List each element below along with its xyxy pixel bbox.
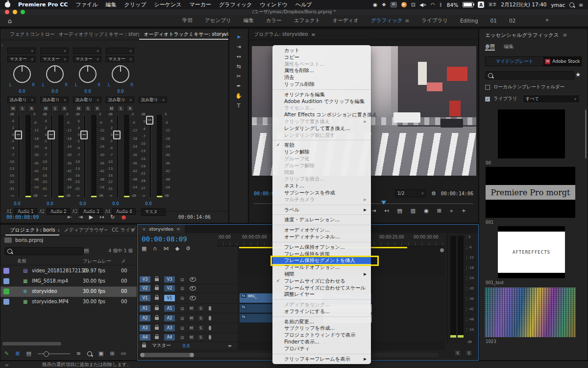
sync-lock-icon[interactable]: ⊟ xyxy=(180,326,184,331)
workspace-tab-Editing[interactable]: Editing xyxy=(460,18,478,24)
menubar-item[interactable]: クリップ xyxy=(124,1,146,8)
bi-app-icon[interactable]: BI xyxy=(391,2,397,7)
menu-item[interactable]: 調整レイヤー xyxy=(272,291,371,298)
pan-knob[interactable] xyxy=(79,65,97,83)
menubar-user[interactable]: ymac xyxy=(551,2,565,8)
menu-item[interactable]: プロパティ xyxy=(272,345,371,352)
project-row-storyvideo.MP4[interactable]: ▦storyvideo.MP430.00 fps00 xyxy=(0,297,137,307)
automation-mode-select[interactable]: 読み取り∨ xyxy=(7,97,36,103)
go-to-out-icon[interactable]: ⇥ xyxy=(78,214,82,220)
menu-item[interactable]: グループ解除 xyxy=(272,162,371,169)
search-bin-icon[interactable]: ▤ xyxy=(84,247,89,254)
solo-button[interactable]: S xyxy=(51,105,59,112)
menu-item[interactable]: プロジェクトウィンドウで表示 xyxy=(272,332,371,339)
menu-item[interactable]: マルチカメラ▶ xyxy=(272,196,371,203)
new-item-icon[interactable]: ⊞ xyxy=(110,350,114,357)
workspace-tab-オーディオ[interactable]: オーディオ xyxy=(332,17,358,24)
project-tab[interactable]: プロジェクト: boris≡ xyxy=(5,225,59,236)
workspace-tab-アセンブリ[interactable]: アセンブリ xyxy=(205,17,231,24)
channel-input-select[interactable]: ∨ xyxy=(7,48,36,54)
label-color-swatch[interactable] xyxy=(3,299,9,305)
solo-button[interactable]: S xyxy=(117,105,124,112)
menubar-clock[interactable]: 2月12日(火) 17:40 xyxy=(501,1,546,8)
fader-handle[interactable] xyxy=(146,116,153,125)
meter-solo-button[interactable]: S xyxy=(466,350,472,356)
menubar-item[interactable]: シーケンス xyxy=(154,1,181,8)
master-level-value[interactable]: 0.0 xyxy=(183,343,190,348)
fader-value[interactable]: 0.0 xyxy=(7,201,27,206)
panel-menu-icon[interactable]: ≡ xyxy=(311,32,315,37)
menubar-item[interactable]: ファイル xyxy=(75,1,98,8)
record-arm-button[interactable]: R xyxy=(28,105,35,112)
menu-item[interactable]: 名前の変更... xyxy=(272,318,371,325)
home-icon[interactable]: ⌂ xyxy=(8,17,12,25)
timeline-settings-icon[interactable]: ▦ xyxy=(142,245,147,252)
menu-item[interactable]: グループ化 xyxy=(272,156,371,162)
source-patch-A4[interactable]: A4 xyxy=(140,334,150,341)
menu-item[interactable]: 消去 xyxy=(272,74,371,81)
channel-input-select[interactable]: ∨ xyxy=(106,48,134,54)
menu-item[interactable]: リップル削除 xyxy=(272,81,371,88)
template-thumbnail-1023[interactable] xyxy=(485,288,576,337)
source-patch-V2[interactable]: V2 xyxy=(140,285,150,291)
menu-item[interactable]: クリップキーフレームを表示▶ xyxy=(272,356,371,363)
menu-item[interactable]: 同期 xyxy=(272,169,371,176)
menu-item[interactable]: フィールドオプション... xyxy=(272,264,371,271)
source-patch-A1[interactable]: A1 xyxy=(140,305,150,312)
add-button[interactable]: + xyxy=(462,208,466,214)
track-target-A4[interactable]: A4 xyxy=(164,334,175,341)
panel-menu-icon[interactable]: ≡ xyxy=(405,18,409,24)
input-method-icon[interactable]: A xyxy=(478,1,484,8)
pan-knob[interactable] xyxy=(13,65,31,83)
menu-item[interactable]: レンダリングして置き換え... xyxy=(272,125,371,132)
mute-button[interactable]: M xyxy=(108,105,115,112)
template-thumbnail-001[interactable]: Premiere Pro morgt xyxy=(486,167,575,218)
workspace-tab-グラフィック[interactable]: グラフィック≡ xyxy=(371,17,409,24)
menu-item[interactable]: オーディオチャンネル... xyxy=(272,234,371,240)
lock-icon[interactable] xyxy=(155,317,159,320)
mute-button[interactable]: M xyxy=(188,315,195,321)
close-tab-icon[interactable]: × xyxy=(142,226,146,232)
timeline-vertical-scrollbar[interactable] xyxy=(440,248,444,252)
new-bin-icon[interactable]: ▣ xyxy=(98,350,103,357)
automation-mode-select[interactable]: 読み取り∨ xyxy=(139,97,167,103)
menu-item[interactable]: レンダリング前に戻す xyxy=(272,132,371,139)
channel-input-select[interactable]: ∨ xyxy=(40,48,69,54)
menu-item[interactable]: リンク解除 xyxy=(272,149,371,156)
spotlight-search-icon[interactable] xyxy=(569,2,574,7)
project-tab[interactable]: メディアブラウザー xyxy=(59,225,107,236)
menu-item[interactable]: サブシーケンスを作成 xyxy=(272,189,371,196)
workspace-tab-編集[interactable]: 編集 xyxy=(244,17,254,24)
automation-mode-select[interactable]: 読み取り∨ xyxy=(106,97,134,103)
lock-icon[interactable] xyxy=(155,307,159,310)
pan-knob[interactable] xyxy=(46,65,64,83)
column-header-メ[interactable]: メ xyxy=(121,258,126,264)
workspace-tab-01[interactable]: 01 xyxy=(490,18,497,24)
automation-mode-select[interactable]: 読み取り∨ xyxy=(40,97,69,103)
mixer-tabs-overflow-icon[interactable]: » xyxy=(222,31,226,38)
list-view-icon[interactable]: ≣ xyxy=(15,350,20,357)
menu-item[interactable]: 属性を削除... xyxy=(272,67,371,74)
lock-icon[interactable] xyxy=(142,344,146,347)
microphone-icon[interactable] xyxy=(209,326,211,330)
solo-button[interactable]: S xyxy=(197,305,204,312)
project-tabs-overflow-icon[interactable]: » xyxy=(131,227,134,233)
sync-lock-icon[interactable]: ⊟ xyxy=(180,316,184,321)
workspace-tab-ライブラリ[interactable]: ライブラリ xyxy=(421,17,448,24)
menu-item[interactable]: メディアをリンク... xyxy=(272,301,371,308)
menu-item[interactable]: オリジナルを編集 xyxy=(272,91,371,98)
source-patch-V3[interactable]: V3 xyxy=(140,276,150,283)
lock-icon[interactable] xyxy=(155,278,159,281)
extract-icon[interactable]: ↤ xyxy=(384,208,389,214)
mute-button[interactable]: M xyxy=(9,105,17,112)
menu-item[interactable]: ライセンス... xyxy=(272,105,371,111)
selection-tool[interactable]: ➤ xyxy=(236,34,241,40)
visibility-eye-icon[interactable] xyxy=(190,286,196,290)
solo-button[interactable]: S xyxy=(197,325,204,331)
menu-item[interactable]: ✓フレームサイズに合わせる xyxy=(272,278,371,285)
microphone-icon[interactable] xyxy=(209,335,211,340)
channel-output-select[interactable]: マスター∨ xyxy=(73,56,101,62)
dropbox-icon[interactable]: ❖ xyxy=(382,2,386,7)
bluetooth-icon[interactable]: ᛒ xyxy=(440,2,442,7)
item-name[interactable]: video_2018128172130 xyxy=(32,268,87,273)
